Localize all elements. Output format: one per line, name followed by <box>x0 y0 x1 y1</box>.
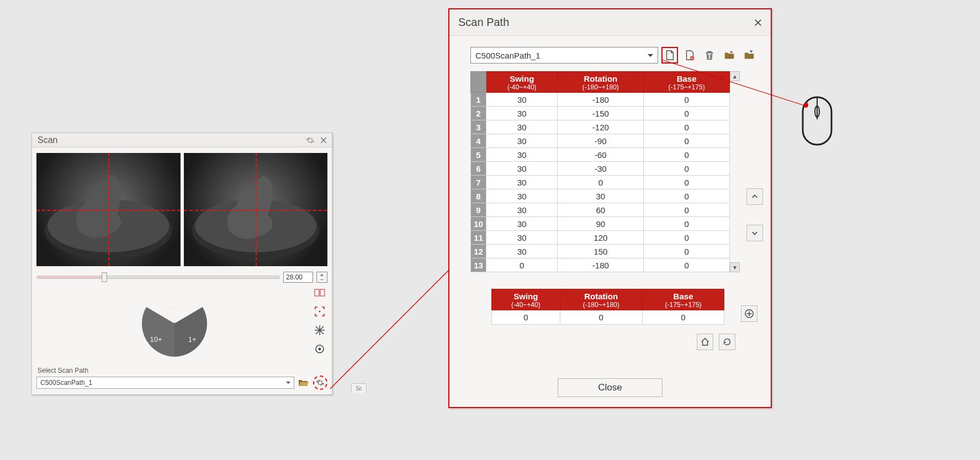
swing-header: Swing (-40~+40) <box>486 72 558 93</box>
swing-cell[interactable]: 30 <box>486 93 558 107</box>
swing-cell[interactable]: 30 <box>486 245 558 258</box>
table-row[interactable]: 130-1800 <box>471 258 730 272</box>
swing-cell[interactable]: 30 <box>486 162 558 176</box>
rotation-cell[interactable]: -180 <box>558 258 644 272</box>
svg-point-22 <box>804 103 808 107</box>
base-cell[interactable]: 0 <box>644 162 730 176</box>
rownum-cell: 8 <box>471 189 486 203</box>
mouse-illustration <box>799 95 835 148</box>
lr-icon[interactable] <box>314 287 325 298</box>
rotation-cell[interactable]: 90 <box>558 217 644 231</box>
table-row[interactable]: 430-900 <box>471 134 730 148</box>
refresh-button[interactable] <box>719 334 735 350</box>
scan-path-table[interactable]: Swing (-40~+40) Rotation (-180~+180) Bas… <box>470 71 730 272</box>
table-row[interactable]: 1030900 <box>471 217 730 231</box>
base-cell[interactable]: 0 <box>644 245 730 258</box>
close-button[interactable]: Close <box>558 378 663 397</box>
table-row[interactable]: 130-1800 <box>471 93 730 107</box>
swing-cell[interactable]: 30 <box>486 148 558 162</box>
table-row[interactable]: 230-1500 <box>471 107 730 120</box>
add-swing-header: Swing (-40~+40) <box>492 289 560 310</box>
table-row[interactable]: 11301200 <box>471 231 730 245</box>
scroll-up-icon[interactable]: ▲ <box>730 71 740 81</box>
base-cell[interactable]: 0 <box>644 217 730 231</box>
add-rotation-header: Rotation (-180~+180) <box>560 289 642 310</box>
base-cell[interactable]: 0 <box>644 176 730 189</box>
add-base-cell[interactable]: 0 <box>642 310 724 325</box>
folder-open-icon[interactable] <box>298 377 309 388</box>
base-cell[interactable]: 0 <box>644 93 730 107</box>
move-row-down-button[interactable] <box>746 225 763 241</box>
close-icon[interactable] <box>752 17 764 29</box>
folder-import-icon[interactable] <box>721 47 738 64</box>
table-row[interactable]: 930600 <box>471 203 730 217</box>
rotation-cell[interactable]: -120 <box>558 120 644 134</box>
base-cell[interactable]: 0 <box>644 107 730 120</box>
svg-rect-6 <box>320 289 325 296</box>
add-rot-cell[interactable]: 0 <box>560 310 642 325</box>
rownum-cell: 10 <box>471 217 486 231</box>
home-button[interactable] <box>697 334 713 350</box>
exposure-value[interactable]: 28.00 <box>283 272 313 283</box>
rotation-cell[interactable]: -60 <box>558 148 644 162</box>
scan-path-select[interactable]: C500ScanPath_1 <box>36 377 294 389</box>
scroll-down-icon[interactable]: ▼ <box>730 262 740 272</box>
side-tab[interactable]: Sc <box>351 383 367 393</box>
plus-minus-toggle[interactable]: +− <box>316 272 327 283</box>
table-row[interactable]: 830300 <box>471 189 730 203</box>
base-cell[interactable]: 0 <box>644 258 730 272</box>
rotation-cell[interactable]: 120 <box>558 231 644 245</box>
move-row-up-button[interactable] <box>746 188 763 205</box>
swing-cell[interactable]: 30 <box>486 107 558 120</box>
scan-path-settings-button[interactable] <box>313 376 327 390</box>
add-swing-cell[interactable]: 0 <box>492 310 560 325</box>
add-row-table[interactable]: Swing (-40~+40) Rotation (-180~+180) Bas… <box>491 289 724 325</box>
rotation-cell[interactable]: -150 <box>558 107 644 120</box>
swing-cell[interactable]: 0 <box>486 258 558 272</box>
gear-icon[interactable] <box>305 135 315 145</box>
table-row[interactable]: 630-300 <box>471 162 730 176</box>
rotation-cell[interactable]: 60 <box>558 203 644 217</box>
base-cell[interactable]: 0 <box>644 134 730 148</box>
base-cell[interactable]: 0 <box>644 203 730 217</box>
scan-title: Scan <box>38 135 57 145</box>
svg-line-16 <box>330 271 448 389</box>
table-row[interactable]: 530-600 <box>471 148 730 162</box>
base-cell[interactable]: 0 <box>644 120 730 134</box>
swing-cell[interactable]: 30 <box>486 231 558 245</box>
close-icon[interactable] <box>319 135 329 145</box>
rotation-cell[interactable]: 150 <box>558 245 644 258</box>
base-cell[interactable]: 0 <box>644 231 730 245</box>
rotation-cell[interactable]: -30 <box>558 162 644 176</box>
table-row[interactable]: 12301500 <box>471 245 730 258</box>
scan-path-titlebar: Scan Path <box>449 9 771 36</box>
camera-left <box>36 153 181 266</box>
folder-export-icon[interactable] <box>741 47 757 64</box>
rotation-cell[interactable]: -90 <box>558 134 644 148</box>
trash-icon[interactable] <box>701 47 718 64</box>
swing-cell[interactable]: 30 <box>486 217 558 231</box>
swing-cell[interactable]: 30 <box>486 134 558 148</box>
table-row[interactable]: 330-1200 <box>471 120 730 134</box>
swing-cell[interactable]: 30 <box>486 203 558 217</box>
scan-mode-wheel[interactable]: Auto 10+ 1+ <box>141 290 208 357</box>
swing-cell[interactable]: 30 <box>486 120 558 134</box>
add-base-header: Base (-175~+175) <box>642 289 724 310</box>
base-cell[interactable]: 0 <box>644 189 730 203</box>
base-cell[interactable]: 0 <box>644 148 730 162</box>
burst-icon[interactable] <box>314 325 325 336</box>
target-icon[interactable] <box>314 343 325 355</box>
edit-document-icon[interactable] <box>681 47 698 64</box>
table-row[interactable]: 73000 <box>471 176 730 189</box>
exposure-slider[interactable] <box>36 274 280 280</box>
swing-cell[interactable]: 30 <box>486 176 558 189</box>
scan-path-name-select[interactable]: C500ScanPath_1 <box>470 47 658 64</box>
new-document-icon[interactable] <box>661 47 678 64</box>
rotation-cell[interactable]: 0 <box>558 176 644 189</box>
swing-cell[interactable]: 30 <box>486 189 558 203</box>
rotation-cell[interactable]: 30 <box>558 189 644 203</box>
rownum-cell: 4 <box>471 134 486 148</box>
crosshair-bracket-icon[interactable] <box>314 306 325 317</box>
rotation-cell[interactable]: -180 <box>558 93 644 107</box>
add-row-button[interactable] <box>741 305 757 322</box>
